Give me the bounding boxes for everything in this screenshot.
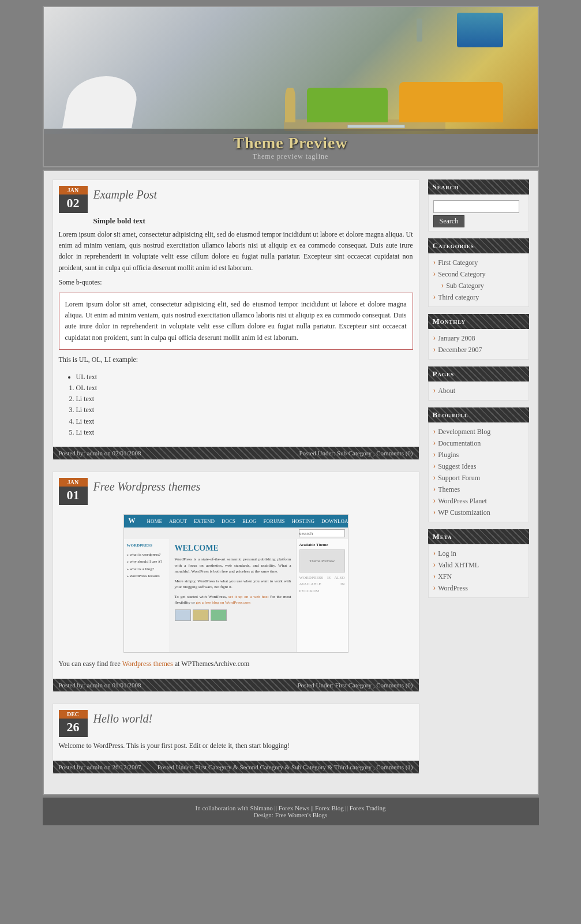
post-month: JAN: [59, 186, 88, 194]
post-footer-3: Posted by: admin on 26/12/2007 Posted Un…: [53, 761, 419, 773]
category-first[interactable]: First Category: [433, 257, 524, 268]
post-meta-right-3: Posted Under: First Category & Second Ca…: [158, 764, 413, 770]
sidebar: Search Search Categories First Category …: [428, 179, 529, 785]
blogroll-support[interactable]: Support Forum: [433, 472, 524, 484]
footer-shimano-link[interactable]: Shimano: [250, 805, 273, 811]
search-button[interactable]: Search: [433, 215, 465, 227]
widget-title-pages: Pages: [428, 366, 529, 381]
post-footer: Posted by: admin on 02/01/2008 Posted Un…: [53, 447, 419, 459]
header-title-area: Theme Preview Theme preview tagline: [44, 129, 538, 166]
post-month-2: JAN: [59, 478, 88, 487]
widget-title-search: Search: [428, 179, 529, 194]
footer-design-text: Design:: [254, 811, 273, 818]
post-header-2: JAN 01 Free Wordpress themes: [53, 472, 419, 505]
post-title-3[interactable]: Hello world!: [93, 710, 153, 725]
meta-wordpress[interactable]: WordPress: [433, 582, 524, 594]
widget-body-monthly: January 2008 December 2007: [428, 329, 529, 360]
widget-body-blogroll: Development Blog Documentation Plugins S…: [428, 422, 529, 522]
post-body: Lorem ipsum dolor sit amet, consectetur …: [53, 226, 419, 447]
post-meta-left-2: Posted by: admin on 01/01/2008: [59, 682, 141, 689]
widget-body-meta: Log in Valid XHTML XFN WordPress: [428, 544, 529, 598]
post-date: JAN 02: [59, 186, 88, 213]
monthly-dec2007[interactable]: December 2007: [433, 344, 524, 356]
post-day-2: 01: [63, 488, 83, 503]
meta-xhtml[interactable]: Valid XHTML: [433, 559, 524, 571]
site-title: Theme Preview: [233, 134, 347, 152]
widget-title-categories: Categories: [428, 238, 529, 253]
post-date-2: JAN 01: [59, 478, 88, 505]
widget-title-blogroll: Blogroll: [428, 407, 529, 422]
post-meta-left-3: Posted by: admin on 26/12/2007: [59, 764, 141, 770]
monthly-jan2008[interactable]: January 2008: [433, 332, 524, 344]
blogroll-docs[interactable]: Documentation: [433, 437, 524, 449]
widget-search: Search Search: [428, 179, 529, 231]
footer-forex-blog-link[interactable]: Forex Blog: [315, 805, 344, 811]
site-tagline: Theme preview tagline: [253, 152, 329, 161]
blogroll-plugins[interactable]: Plugins: [433, 449, 524, 461]
widget-blogroll: Blogroll Development Blog Documentation …: [428, 407, 529, 522]
post-header-3: DEC 26 Hello world!: [53, 704, 419, 737]
category-sub[interactable]: Sub Category: [433, 280, 524, 291]
header-image: [44, 7, 538, 134]
post-meta-right: Posted Under: Sub Category , Comments (0…: [299, 450, 413, 457]
widget-meta: Meta Log in Valid XHTML XFN WordPress: [428, 529, 529, 598]
post-blockquote: Lorem ipsum dolor sit amet, consectetur …: [59, 293, 413, 350]
post-example: JAN 02 Example Post Simple bold text Lor…: [53, 179, 419, 460]
blogroll-suggest[interactable]: Suggest Ideas: [433, 461, 524, 472]
post-header: JAN 02 Example Post: [53, 180, 419, 213]
widget-categories: Categories First Category Second Categor…: [428, 238, 529, 307]
post-body-2: W HOME ABOUT EXTEND DOCS BLOG FORUMS HOS…: [53, 505, 419, 679]
footer-forex-trading-link[interactable]: Forex Trading: [350, 805, 386, 811]
themes-link[interactable]: Wordpress themes: [122, 660, 173, 668]
widget-title-meta: Meta: [428, 529, 529, 544]
post-date-3: DEC 26: [59, 710, 88, 737]
widget-body-pages: About: [428, 381, 529, 401]
footer: In collaboration with Shimano || Forex N…: [43, 798, 539, 825]
post-subtitle: Simple bold text: [53, 213, 419, 226]
widget-monthly: Monthly January 2008 December 2007: [428, 314, 529, 360]
widget-pages: Pages About: [428, 366, 529, 401]
post-meta-left: Posted by: admin on 02/01/2008: [59, 450, 141, 457]
post-day-3: 26: [63, 720, 83, 735]
post-footer-2: Posted by: admin on 01/01/2008 Posted Un…: [53, 679, 419, 691]
post-lists: UL text OL text Li text Li text Li text …: [59, 369, 413, 441]
widget-title-monthly: Monthly: [428, 314, 529, 329]
category-second[interactable]: Second Category: [433, 268, 524, 280]
widget-body-categories: First Category Second Category Sub Categ…: [428, 253, 529, 307]
meta-login[interactable]: Log in: [433, 548, 524, 559]
blogroll-themes[interactable]: Themes: [433, 484, 524, 495]
footer-collab-text: In collaboration with: [196, 805, 249, 811]
blogroll-wpplanet[interactable]: WordPress Planet: [433, 495, 524, 507]
meta-xfn[interactable]: XFN: [433, 571, 524, 582]
post-title-2[interactable]: Free Wordpress themes: [93, 478, 201, 493]
post-meta-right-2: Posted Under: First Category , Comments …: [297, 682, 413, 689]
search-input[interactable]: [433, 200, 519, 213]
post-wp-themes: JAN 01 Free Wordpress themes W HOME: [53, 472, 419, 692]
widget-body-search: Search: [428, 194, 529, 231]
site-header: Theme Preview Theme preview tagline: [43, 6, 539, 167]
footer-forex-news-link[interactable]: Forex News: [279, 805, 309, 811]
blogroll-devblog[interactable]: Development Blog: [433, 426, 524, 437]
post-month-3: DEC: [59, 710, 88, 719]
content-area: JAN 02 Example Post Simple bold text Lor…: [43, 170, 539, 795]
post-body-3: Welcome to WordPress. This is your first…: [53, 737, 419, 761]
post-hello-world: DEC 26 Hello world! Welcome to WordPress…: [53, 704, 419, 774]
post-day: 02: [63, 196, 83, 211]
main-content: JAN 02 Example Post Simple bold text Lor…: [53, 179, 419, 785]
blogroll-wpcustom[interactable]: WP Customization: [433, 507, 524, 518]
footer-design-link[interactable]: Free Women's Blogs: [275, 811, 328, 818]
page-about[interactable]: About: [433, 385, 524, 396]
category-third[interactable]: Third category: [433, 291, 524, 303]
wordpress-screenshot: W HOME ABOUT EXTEND DOCS BLOG FORUMS HOS…: [123, 514, 348, 653]
post-title[interactable]: Example Post: [93, 186, 158, 201]
